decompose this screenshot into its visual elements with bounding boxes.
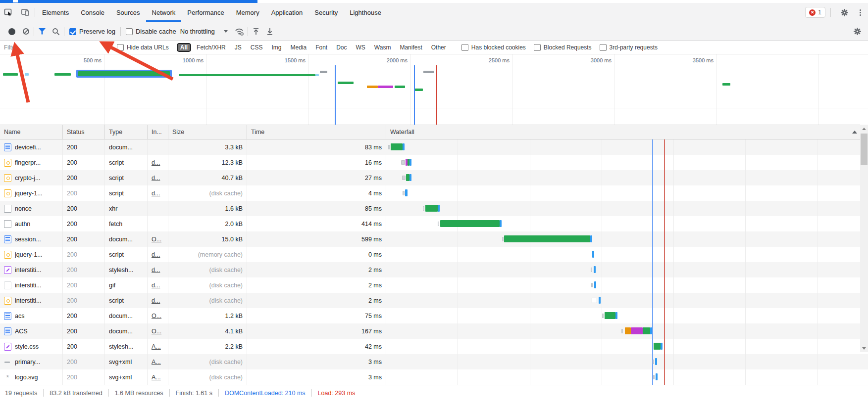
initiator-link[interactable]: d... [152, 175, 160, 182]
scrollbar-thumb[interactable] [861, 134, 868, 165]
more-options-kebab-icon[interactable] [857, 7, 864, 18]
preserve-log-checkbox[interactable]: Preserve log [69, 28, 115, 35]
waterfall-cell[interactable] [386, 339, 868, 354]
column-header-size[interactable]: Size [168, 125, 247, 139]
column-header-status[interactable]: Status [63, 125, 105, 139]
waterfall-cell[interactable] [386, 354, 868, 369]
initiator-link[interactable]: d... [152, 159, 160, 166]
tab-elements[interactable]: Elements [36, 3, 75, 22]
filter-type-ws[interactable]: WS [353, 43, 369, 52]
name-cell[interactable]: interstiti... [0, 262, 63, 277]
network-overview-timeline[interactable]: 500 ms1000 ms1500 ms2000 ms2500 ms3000 m… [0, 54, 868, 125]
waterfall-cell[interactable] [386, 369, 868, 385]
table-row[interactable]: interstiti...200scriptd...(disk cache)2 … [0, 293, 868, 308]
filter-type-font[interactable]: Font [312, 43, 331, 52]
initiator-link[interactable]: d... [152, 251, 160, 258]
record-button[interactable] [5, 25, 19, 39]
table-row[interactable]: ACS200docum...O...4.1 kB167 ms [0, 323, 868, 339]
waterfall-cell[interactable] [386, 201, 868, 216]
waterfall-cell[interactable] [386, 308, 868, 323]
tab-lighthouse[interactable]: Lighthouse [344, 3, 387, 22]
initiator-cell[interactable]: A... [148, 354, 168, 369]
filter-type-js[interactable]: JS [231, 43, 245, 52]
tab-sources[interactable]: Sources [110, 3, 146, 22]
waterfall-cell[interactable] [386, 170, 868, 185]
table-row[interactable]: devicefi...200docum...3.3 kB83 ms [0, 139, 868, 155]
name-cell[interactable]: jquery-1... [0, 185, 63, 201]
table-row[interactable]: session...200docum...O...15.0 kB599 ms [0, 231, 868, 247]
initiator-link[interactable]: A... [152, 343, 161, 350]
table-row[interactable]: primary...200svg+xmlA...(disk cache)3 ms [0, 354, 868, 369]
waterfall-cell[interactable] [386, 155, 868, 170]
column-header-time[interactable]: Time [247, 125, 386, 139]
initiator-link[interactable]: O... [152, 313, 161, 319]
filter-type-all[interactable]: All [177, 43, 191, 52]
filter-type-manifest[interactable]: Manifest [396, 43, 425, 52]
initiator-link[interactable]: d... [152, 282, 160, 289]
hide-data-urls-box[interactable] [117, 44, 124, 51]
name-cell[interactable]: crypto-j... [0, 170, 63, 185]
waterfall-cell[interactable] [386, 323, 868, 339]
initiator-cell[interactable]: O... [148, 231, 168, 247]
initiator-cell[interactable]: A... [148, 339, 168, 354]
network-conditions-icon[interactable] [233, 25, 247, 39]
table-row[interactable]: crypto-j...200scriptd...40.7 kB27 ms [0, 170, 868, 185]
initiator-link[interactable]: O... [152, 236, 161, 243]
waterfall-cell[interactable] [386, 262, 868, 277]
initiator-link[interactable]: d... [152, 267, 160, 273]
disable-cache-box[interactable] [126, 28, 133, 35]
checkbox-box[interactable] [600, 44, 607, 51]
column-header-name[interactable]: Name [0, 125, 63, 139]
filter-type-other[interactable]: Other [428, 43, 450, 52]
settings-gear-icon[interactable] [836, 3, 853, 22]
scroll-up-icon[interactable] [860, 125, 868, 133]
initiator-cell[interactable]: O... [148, 308, 168, 323]
filter-type-fetch-xhr[interactable]: Fetch/XHR [193, 43, 229, 52]
tab-memory[interactable]: Memory [230, 3, 265, 22]
name-cell[interactable]: *logo.svg [0, 369, 63, 385]
filter-type-wasm[interactable]: Wasm [371, 43, 395, 52]
table-row[interactable]: interstiti...200stylesh...d...(disk cach… [0, 262, 868, 277]
waterfall-cell[interactable] [386, 247, 868, 262]
filter-type-doc[interactable]: Doc [333, 43, 350, 52]
name-cell[interactable]: ACS [0, 323, 63, 339]
waterfall-cell[interactable] [386, 231, 868, 247]
table-row[interactable]: *logo.svg200svg+xmlA...(disk cache)3 ms [0, 369, 868, 385]
initiator-link[interactable]: A... [152, 374, 161, 381]
checkbox-box[interactable] [534, 44, 541, 51]
initiator-cell[interactable]: d... [148, 293, 168, 308]
name-cell[interactable]: interstiti... [0, 277, 63, 293]
clear-log-icon[interactable] [19, 25, 33, 39]
waterfall-cell[interactable] [386, 216, 868, 231]
initiator-cell[interactable]: d... [148, 170, 168, 185]
filter-input[interactable] [4, 44, 113, 51]
filter-checkbox-blocked-requests[interactable]: Blocked Requests [534, 44, 592, 51]
tab-performance[interactable]: Performance [181, 3, 230, 22]
table-row[interactable]: acs200docum...O...1.2 kB75 ms [0, 308, 868, 323]
initiator-cell[interactable]: d... [148, 247, 168, 262]
name-cell[interactable]: jquery-1... [0, 247, 63, 262]
tab-application[interactable]: Application [265, 3, 309, 22]
table-row[interactable]: authn200fetch2.0 kB414 ms [0, 216, 868, 231]
network-settings-gear-icon[interactable] [850, 25, 864, 39]
initiator-cell[interactable]: A... [148, 369, 168, 385]
initiator-link[interactable]: d... [152, 297, 160, 304]
checkbox-box[interactable] [461, 44, 468, 51]
table-row[interactable]: interstiti...200gifd...(disk cache)2 ms [0, 277, 868, 293]
vertical-scrollbar[interactable] [860, 125, 868, 352]
name-cell[interactable]: session... [0, 231, 63, 247]
filter-type-css[interactable]: CSS [247, 43, 266, 52]
filter-funnel-icon[interactable] [35, 25, 49, 39]
hide-data-urls-checkbox[interactable]: Hide data URLs [117, 44, 169, 51]
name-cell[interactable]: primary... [0, 354, 63, 369]
initiator-cell[interactable]: d... [148, 155, 168, 170]
export-har-icon[interactable] [263, 25, 277, 39]
column-header-waterfall[interactable]: Waterfall [386, 125, 868, 139]
throttling-dropdown[interactable]: No throttling [180, 28, 233, 35]
name-cell[interactable]: style.css [0, 339, 63, 354]
initiator-cell[interactable]: d... [148, 277, 168, 293]
search-icon[interactable] [49, 25, 63, 39]
tab-security[interactable]: Security [308, 3, 344, 22]
table-row[interactable]: jquery-1...200scriptd...(memory cache)0 … [0, 247, 868, 262]
filter-type-media[interactable]: Media [287, 43, 310, 52]
